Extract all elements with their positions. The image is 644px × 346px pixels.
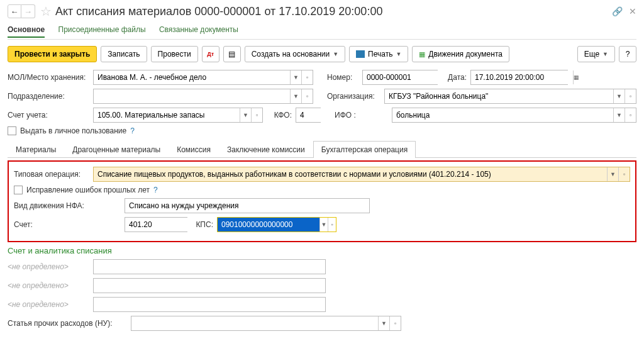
- help-button[interactable]: ?: [619, 46, 636, 62]
- undef-input-2[interactable]: [93, 278, 326, 293]
- personal-use-checkbox[interactable]: [8, 126, 16, 135]
- link-related-docs[interactable]: Связанные документы: [159, 25, 238, 34]
- kfo-label: КФО:: [267, 111, 292, 120]
- chevron-down-icon[interactable]: ▼: [607, 167, 618, 181]
- table-icon: ▦: [419, 50, 425, 59]
- print-button[interactable]: Печать▼: [349, 46, 408, 62]
- expense-input[interactable]: ▼ ▫: [131, 316, 401, 331]
- dept-label: Подразделение:: [8, 92, 89, 101]
- tab-materials[interactable]: Материалы: [8, 141, 64, 158]
- chevron-down-icon[interactable]: ▼: [290, 70, 301, 84]
- typ-op-input[interactable]: ▼ ▫: [93, 167, 630, 182]
- nav-arrows: ← →: [8, 4, 35, 18]
- personal-use-label: Выдать в личное пользование: [20, 126, 126, 135]
- open-icon[interactable]: ▫: [625, 89, 636, 103]
- more-button[interactable]: Еще▼: [577, 46, 615, 62]
- printer-icon: [356, 50, 365, 58]
- kps-label: КПС:: [191, 220, 213, 229]
- expense-label: Статья прочих расходов (НУ):: [8, 319, 127, 328]
- acc-label: Счет:: [14, 220, 121, 229]
- tab-accounting[interactable]: Бухгалтерская операция: [313, 141, 416, 158]
- save-button[interactable]: Записать: [101, 46, 147, 62]
- link-main[interactable]: Основное: [8, 25, 45, 38]
- dept-input[interactable]: ▼ ▫: [93, 89, 313, 104]
- mol-label: МОЛ/Место хранения:: [8, 73, 89, 82]
- org-input[interactable]: ▼ ▫: [384, 89, 636, 104]
- chevron-down-icon[interactable]: ▼: [290, 89, 301, 103]
- open-icon[interactable]: ▫: [625, 108, 636, 122]
- registers-button[interactable]: ▤: [223, 46, 241, 62]
- open-icon[interactable]: ▫: [328, 218, 336, 232]
- favorite-star-icon[interactable]: ☆: [40, 4, 52, 19]
- dt-kt-button[interactable]: Дт: [202, 46, 219, 62]
- fix-errors-checkbox[interactable]: [14, 186, 23, 194]
- nav-forward-button[interactable]: →: [21, 4, 35, 18]
- post-button[interactable]: Провести: [151, 46, 198, 62]
- title-bar: ← → ☆ Акт списания материалов 0000-00000…: [8, 4, 636, 19]
- undef-label-2: <не определено>: [8, 281, 89, 290]
- org-label: Организация:: [327, 92, 380, 101]
- accounting-operation-panel: Типовая операция: ▼ ▫ Исправление ошибок…: [8, 160, 636, 242]
- analytics-header: Счет и аналитика списания: [8, 246, 636, 255]
- help-icon[interactable]: ?: [153, 186, 158, 194]
- account-input[interactable]: ▼ ▫: [93, 108, 263, 123]
- undef-input-3[interactable]: [93, 297, 326, 312]
- undef-input-1[interactable]: [93, 259, 326, 274]
- calendar-icon[interactable]: ▦: [573, 70, 579, 84]
- nfa-label: Вид движения НФА:: [14, 201, 121, 210]
- undef-label-1: <не определено>: [8, 262, 89, 271]
- help-icon[interactable]: ?: [130, 126, 135, 135]
- tab-precious[interactable]: Драгоценные материалы: [64, 141, 169, 158]
- acc-input[interactable]: ▼ ▫: [125, 217, 187, 232]
- open-icon[interactable]: ▫: [618, 167, 630, 181]
- create-based-on-button[interactable]: Создать на основании▼: [245, 46, 345, 62]
- number-input[interactable]: [362, 70, 438, 85]
- account-label: Счет учета:: [8, 111, 89, 120]
- ifo-label: ИФО :: [335, 111, 388, 120]
- tab-conclusion[interactable]: Заключение комиссии: [219, 141, 313, 158]
- post-and-close-button[interactable]: Провести и закрыть: [8, 46, 97, 62]
- ifo-input[interactable]: ▼ ▫: [392, 108, 636, 123]
- open-icon[interactable]: ▫: [389, 316, 401, 330]
- tab-commission[interactable]: Комиссия: [169, 141, 219, 158]
- chevron-down-icon[interactable]: ▼: [319, 218, 328, 232]
- link-attached-files[interactable]: Присоединенные файлы: [58, 25, 146, 34]
- tabs: Материалы Драгоценные материалы Комиссия…: [8, 140, 636, 158]
- section-links: Основное Присоединенные файлы Связанные …: [8, 23, 636, 40]
- open-icon[interactable]: ▫: [301, 89, 313, 103]
- date-input[interactable]: ▦: [470, 70, 568, 85]
- chevron-down-icon[interactable]: ▼: [378, 316, 389, 330]
- chevron-down-icon[interactable]: ▼: [613, 108, 625, 122]
- kfo-input[interactable]: [296, 108, 321, 123]
- toolbar: Провести и закрыть Записать Провести Дт …: [8, 46, 636, 62]
- mol-input[interactable]: ▼ ▫: [93, 70, 313, 85]
- movements-button[interactable]: ▦Движения документа: [412, 46, 509, 62]
- fix-errors-label: Исправление ошибок прошлых лет: [26, 186, 150, 194]
- kps-input[interactable]: ▼ ▫: [217, 217, 336, 232]
- number-label: Номер:: [327, 73, 358, 82]
- open-icon[interactable]: ▫: [251, 108, 262, 122]
- nfa-input[interactable]: [125, 198, 370, 213]
- chevron-down-icon[interactable]: ▼: [240, 108, 251, 122]
- nav-back-button[interactable]: ←: [8, 4, 21, 18]
- close-icon[interactable]: ✕: [629, 6, 636, 16]
- open-icon[interactable]: ▫: [301, 70, 313, 84]
- undef-label-3: <не определено>: [8, 300, 89, 309]
- date-label: Дата:: [441, 73, 467, 82]
- page-title: Акт списания материалов 0000-000001 от 1…: [55, 5, 612, 18]
- link-icon[interactable]: 🔗: [612, 6, 623, 16]
- chevron-down-icon[interactable]: ▼: [613, 89, 625, 103]
- typ-op-label: Типовая операция:: [14, 170, 89, 179]
